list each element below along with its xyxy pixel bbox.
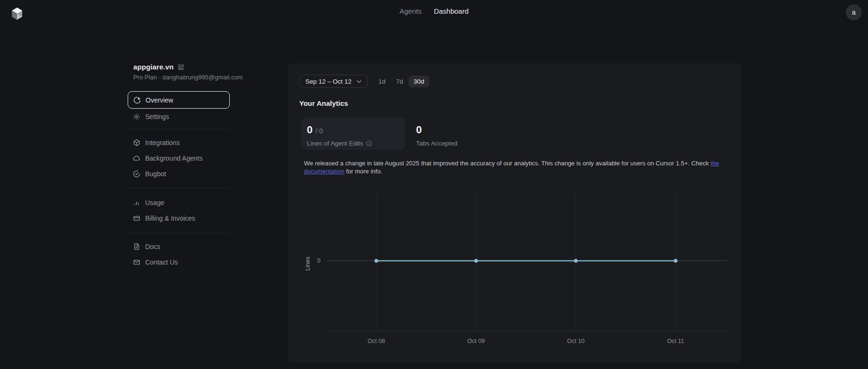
sidebar-item-label: Contact Us	[145, 258, 178, 266]
range-button-30d[interactable]: 30d	[408, 76, 430, 87]
stat-label: Lines of Agent Edits	[307, 140, 363, 147]
sidebar-item-label: Settings	[145, 113, 169, 120]
cloud-icon	[133, 154, 140, 162]
x-tick-label: Oct 09	[468, 338, 485, 344]
top-navigation: Agents Dashboard	[0, 0, 868, 22]
cube-icon	[133, 139, 140, 146]
range-button-1d[interactable]: 1d	[373, 76, 391, 87]
info-icon[interactable]	[366, 140, 372, 146]
range-button-7d[interactable]: 7d	[391, 76, 408, 87]
sidebar-item-label: Usage	[145, 199, 164, 206]
bar-chart-icon	[133, 199, 140, 206]
release-notice: We released a change in late August 2025…	[304, 159, 722, 175]
stat-label: Tabs Accepted	[416, 140, 458, 147]
team-name: appgiare.vn	[133, 63, 174, 71]
date-range-button[interactable]: Sep 12 – Oct 12	[299, 75, 368, 88]
data-point	[574, 259, 578, 263]
x-tick-label: Oct 10	[567, 338, 585, 344]
nav-link-agents[interactable]: Agents	[399, 7, 422, 15]
stat-value: 0	[307, 124, 312, 136]
notice-text: We released a change in late August 2025…	[304, 160, 711, 167]
sidebar-item-label: Integrations	[145, 139, 180, 146]
sidebar: appgiare.vn Pro Plan · danghaitrung995@g…	[128, 63, 230, 270]
sidebar-item-settings[interactable]: Settings	[128, 109, 230, 124]
range-preset-group: 1d 7d 30d	[373, 76, 430, 87]
date-controls: Sep 12 – Oct 12 1d 7d 30d	[299, 75, 429, 88]
chevron-down-icon	[356, 80, 362, 83]
sidebar-divider	[128, 129, 230, 129]
sidebar-item-docs[interactable]: Docs	[128, 239, 230, 254]
user-avatar[interactable]: a	[846, 4, 862, 20]
sidebar-item-contact-us[interactable]: Contact Us	[128, 254, 230, 270]
sidebar-nav: Overview Settings Integrations Backgroun…	[128, 91, 230, 270]
gear-icon	[133, 113, 140, 120]
notice-text: for more info.	[344, 168, 382, 175]
sidebar-item-label: Background Agents	[145, 154, 202, 162]
sidebar-item-label: Bugbot	[145, 170, 166, 178]
pie-chart-icon	[133, 96, 141, 104]
edit-team-icon[interactable]	[178, 64, 184, 70]
x-tick-label: Oct 08	[368, 338, 385, 344]
analytics-title: Your Analytics	[299, 99, 348, 107]
sidebar-divider	[128, 233, 230, 233]
dashboard-panel: Sep 12 – Oct 12 1d 7d 30d Your Analytics…	[287, 63, 741, 363]
sidebar-item-usage[interactable]: Usage	[128, 195, 230, 210]
plan-line: Pro Plan · danghaitrung995@gmail.com	[128, 74, 230, 81]
stat-tabs-accepted: 0 Tabs Accepted	[416, 117, 458, 147]
sidebar-item-label: Overview	[146, 96, 173, 104]
sidebar-item-billing[interactable]: Billing & Invoices	[128, 210, 230, 226]
nav-link-dashboard[interactable]: Dashboard	[434, 7, 469, 15]
stat-suffix: / 0	[315, 127, 323, 135]
sidebar-item-background-agents[interactable]: Background Agents	[128, 150, 230, 166]
data-point	[374, 259, 378, 263]
y-axis-label: Lines	[304, 257, 311, 271]
credit-card-icon	[133, 215, 140, 222]
document-icon	[133, 243, 140, 250]
sidebar-item-label: Docs	[145, 243, 160, 250]
avatar-letter: a	[852, 9, 856, 16]
sidebar-item-label: Billing & Invoices	[145, 215, 195, 222]
sidebar-item-integrations[interactable]: Integrations	[128, 135, 230, 150]
x-tick-label: Oct 11	[667, 338, 684, 344]
y-tick-label: 0	[317, 257, 321, 264]
stat-lines-of-agent-edits[interactable]: 0 / 0 Lines of Agent Edits	[301, 117, 405, 150]
data-point	[674, 259, 677, 263]
lines-chart: Lines 0 Oct 08 Oct 09 Oct 10 Oct 11	[287, 189, 741, 347]
date-range-value: Sep 12 – Oct 12	[305, 78, 352, 85]
check-circle-icon	[133, 170, 140, 178]
sidebar-item-overview[interactable]: Overview	[128, 91, 230, 109]
data-point	[474, 259, 478, 263]
stat-value: 0	[416, 124, 422, 136]
sidebar-divider	[128, 188, 230, 188]
sidebar-item-bugbot[interactable]: Bugbot	[128, 166, 230, 181]
mail-icon	[133, 258, 140, 266]
